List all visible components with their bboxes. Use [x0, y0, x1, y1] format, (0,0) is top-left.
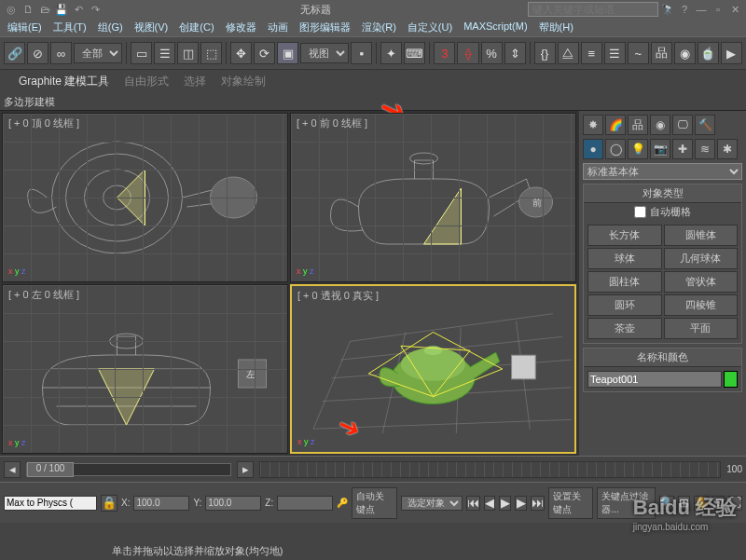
select-name-icon[interactable]: ☰: [154, 42, 175, 64]
menu-edit[interactable]: 编辑(E): [7, 20, 42, 34]
shapes-icon[interactable]: ◯: [605, 139, 626, 159]
keymode-icon[interactable]: ⌨: [404, 42, 425, 64]
move-icon[interactable]: ✥: [230, 42, 252, 64]
material-icon[interactable]: ◉: [674, 42, 696, 64]
object-name-input[interactable]: [587, 371, 722, 388]
lock-icon[interactable]: 🔒: [101, 495, 117, 512]
link-icon[interactable]: 🔗: [4, 42, 25, 64]
menu-render[interactable]: 渲染(R): [362, 20, 396, 34]
search-input[interactable]: [528, 2, 658, 17]
prim-cone[interactable]: 圆锥体: [664, 225, 739, 246]
cameras-icon[interactable]: 📷: [650, 139, 670, 159]
minimize-icon[interactable]: —: [694, 2, 709, 17]
mirror-icon[interactable]: ⧋: [558, 42, 579, 64]
restore-icon[interactable]: ▫: [711, 2, 725, 17]
autogrid-checkbox[interactable]: [634, 206, 646, 218]
prim-geosphere[interactable]: 几何球体: [664, 248, 739, 269]
close-icon[interactable]: ✕: [727, 2, 742, 17]
binoculars-icon[interactable]: 🔭: [660, 2, 675, 17]
prim-cylinder[interactable]: 圆柱体: [587, 271, 662, 293]
ribbon-tab-select[interactable]: 选择: [184, 74, 206, 89]
viewport-top[interactable]: [ + 0 顶 0 线框 ] x y z: [2, 113, 288, 282]
time-slider-track[interactable]: 0 / 100: [26, 463, 231, 476]
x-input[interactable]: [133, 496, 189, 511]
lights-icon[interactable]: 💡: [628, 139, 648, 159]
create-tab-icon[interactable]: ✸: [583, 115, 603, 135]
bind-icon[interactable]: ∞: [50, 42, 72, 64]
helpers-icon[interactable]: ✚: [672, 139, 693, 159]
unlink-icon[interactable]: ⊘: [27, 42, 48, 64]
menu-modifiers[interactable]: 修改器: [226, 20, 256, 34]
ribbon-tab-freeform[interactable]: 自由形式: [124, 74, 169, 89]
scale-icon[interactable]: ▣: [277, 42, 298, 64]
prev-frame-icon[interactable]: ◀: [484, 496, 496, 511]
select-icon[interactable]: ▭: [131, 42, 152, 64]
snap-icon[interactable]: 3: [434, 42, 455, 64]
pivot-icon[interactable]: ▪: [351, 42, 372, 64]
ribbon-tab-graphite[interactable]: Graphite 建模工具: [19, 74, 109, 89]
prim-box[interactable]: 长方体: [587, 225, 662, 246]
select-region-icon[interactable]: ◫: [177, 42, 199, 64]
category-dropdown[interactable]: 标准基本体: [583, 163, 742, 180]
named-sets-icon[interactable]: {}: [534, 42, 556, 64]
menu-help[interactable]: 帮助(H): [539, 20, 573, 34]
help-icon[interactable]: ?: [677, 2, 692, 17]
prim-torus[interactable]: 圆环: [587, 294, 662, 316]
save-icon[interactable]: 💾: [54, 2, 69, 17]
selection-filter[interactable]: 全部: [74, 43, 122, 63]
next-frame-icon[interactable]: ▶: [515, 496, 527, 511]
menu-customize[interactable]: 自定义(U): [408, 20, 452, 34]
goto-end-icon[interactable]: ⏭: [531, 496, 545, 511]
timeline-ruler[interactable]: [259, 461, 721, 478]
menu-create[interactable]: 创建(C): [179, 20, 214, 34]
key-icon[interactable]: 🔑: [337, 498, 348, 508]
display-tab-icon[interactable]: 🖵: [672, 115, 693, 135]
layers-icon[interactable]: ☰: [604, 42, 626, 64]
hierarchy-tab-icon[interactable]: 品: [628, 115, 648, 135]
prim-tube[interactable]: 管状体: [664, 271, 739, 293]
menu-grapheditors[interactable]: 图形编辑器: [299, 20, 351, 34]
timeline-left-icon[interactable]: ◂: [4, 461, 21, 478]
open-icon[interactable]: 🗁: [37, 2, 52, 17]
manipulate-icon[interactable]: ✦: [380, 42, 402, 64]
schematic-icon[interactable]: 品: [651, 42, 672, 64]
keymode-select[interactable]: 选定对象: [401, 496, 463, 511]
prim-sphere[interactable]: 球体: [587, 248, 662, 269]
spinner-snap-icon[interactable]: ⇕: [504, 42, 526, 64]
ref-coord-system[interactable]: 视图: [300, 43, 349, 63]
goto-start-icon[interactable]: ⏮: [466, 496, 480, 511]
undo-icon[interactable]: ↶: [71, 2, 86, 17]
menu-maxscript[interactable]: MAXScript(M): [463, 20, 527, 34]
quickrender-icon[interactable]: ▶: [721, 42, 742, 64]
curve-editor-icon[interactable]: ~: [628, 42, 649, 64]
timeline-right-icon[interactable]: ▸: [237, 461, 254, 478]
motion-tab-icon[interactable]: ◉: [650, 115, 670, 135]
menu-tools[interactable]: 工具(T): [53, 20, 87, 34]
prim-plane[interactable]: 平面: [664, 318, 739, 339]
new-icon[interactable]: 🗋: [21, 2, 35, 17]
z-input[interactable]: [277, 496, 333, 511]
setkey-button[interactable]: 设置关键点: [548, 487, 593, 519]
align-icon[interactable]: ≡: [581, 42, 602, 64]
render-setup-icon[interactable]: 🍵: [698, 42, 719, 64]
autokey-button[interactable]: 自动关键点: [352, 487, 396, 519]
y-input[interactable]: [205, 496, 261, 511]
viewport-front[interactable]: [ + 0 前 0 线框 ] 前 x y z: [290, 113, 576, 282]
maxscript-listener[interactable]: [4, 496, 97, 511]
menu-view[interactable]: 视图(V): [134, 20, 169, 34]
utilities-tab-icon[interactable]: 🔨: [695, 115, 715, 135]
systems-icon[interactable]: ✱: [717, 139, 738, 159]
angle-snap-icon[interactable]: ⟠: [457, 42, 478, 64]
geometry-icon[interactable]: ●: [583, 139, 603, 159]
menu-animation[interactable]: 动画: [268, 20, 288, 34]
prim-teapot[interactable]: 茶壶: [587, 318, 662, 339]
redo-icon[interactable]: ↷: [88, 2, 103, 17]
ribbon-tab-paint[interactable]: 对象绘制: [221, 74, 266, 89]
viewport-perspective[interactable]: [ + 0 透视 0 真实 ] x y z ➔: [290, 284, 576, 454]
spacewarps-icon[interactable]: ≋: [695, 139, 715, 159]
play-icon[interactable]: ▶: [499, 496, 511, 511]
time-slider-thumb[interactable]: 0 / 100: [27, 462, 74, 477]
modify-tab-icon[interactable]: 🌈: [605, 115, 626, 135]
window-crossing-icon[interactable]: ⬚: [200, 42, 222, 64]
viewport-left[interactable]: [ + 0 左 0 线框 ] 左 x y z: [2, 284, 288, 454]
